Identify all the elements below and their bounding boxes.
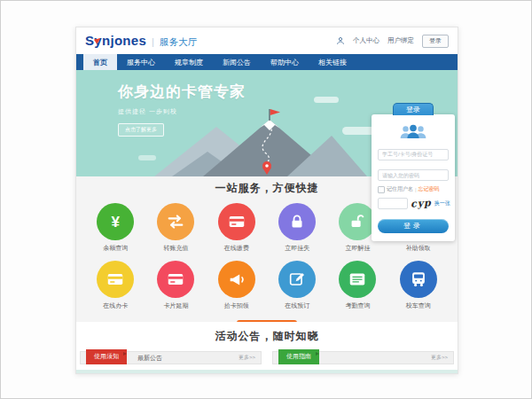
remember-separator: |	[415, 187, 417, 192]
service-item-2[interactable]: 在线缴费	[207, 203, 267, 253]
service-label: 拾卡招领	[224, 301, 249, 310]
forgot-password-link[interactable]: 忘记密码	[419, 185, 440, 193]
captcha-row: cyp 换一张	[378, 198, 449, 209]
service-item-0[interactable]: ¥余额查询	[85, 203, 145, 253]
service-item-11[interactable]: 校车查询	[388, 261, 449, 310]
announcements-left-panel: 使用须知最新公告更多>>	[80, 351, 262, 364]
service-label: 立即解挂	[345, 244, 370, 253]
announcements-section: 活动公告，随时知晓 使用须知最新公告更多>> 使用指南更多>>	[76, 322, 458, 373]
megaphone-icon	[218, 261, 255, 298]
yen-icon: ¥	[97, 203, 134, 240]
nav-item-4[interactable]: 帮助中心	[261, 54, 309, 70]
hero-title: 你身边的卡管专家	[118, 82, 246, 102]
hero-banner: 你身边的卡管专家 提供捷径 一步到校 点击了解更多	[76, 70, 458, 176]
header-menu-item-1[interactable]: 用户绑定	[387, 36, 414, 45]
bus-icon	[400, 261, 437, 298]
nav-item-5[interactable]: 相关链接	[309, 54, 356, 70]
service-hall-page: Synjones | 服务大厅 个人中心用户绑定 登录 首页服务中心规章制度新闻…	[75, 27, 458, 374]
service-item-9[interactable]: 在线预订	[267, 261, 327, 310]
remember-checkbox[interactable]	[378, 186, 385, 193]
service-item-7[interactable]: 卡片延期	[145, 261, 206, 310]
bank-card-icon	[218, 203, 255, 240]
attendance-icon	[339, 261, 376, 298]
panel-tab-最新公告[interactable]: 最新公告	[137, 354, 162, 363]
password-input[interactable]	[378, 169, 449, 181]
service-label: 校车查询	[406, 301, 431, 310]
service-label: 补助领取	[406, 244, 431, 253]
service-label: 在线办卡	[103, 301, 128, 310]
login-tab[interactable]: 登录	[393, 103, 434, 115]
change-captcha-link[interactable]: 换一张	[434, 200, 450, 207]
service-item-3[interactable]: 立即挂失	[267, 203, 327, 253]
announcements-title: 活动公告，随时知晓	[76, 329, 458, 344]
transfer-arrows-icon	[157, 203, 194, 240]
username-input[interactable]	[378, 149, 449, 160]
cloud-icon	[314, 97, 339, 103]
service-item-10[interactable]: 考勤查询	[327, 261, 387, 310]
announcements-right-panel: 使用指南更多>>	[272, 351, 454, 364]
login-panel: 登录 记住用户名 | 忘记密码	[372, 114, 455, 241]
nav-item-3[interactable]: 新闻公告	[213, 54, 261, 70]
service-label: 余额查询	[103, 244, 128, 253]
left-more-link[interactable]: 更多>>	[239, 354, 255, 362]
user-group-icon	[378, 123, 449, 138]
main-nav: 首页服务中心规章制度新闻公告帮助中心相关链接	[76, 54, 458, 70]
right-more-link[interactable]: 更多>>	[431, 354, 448, 362]
header-login-button[interactable]: 登录	[422, 35, 449, 48]
hero-cta-button[interactable]: 点击了解更多	[118, 123, 164, 137]
panel-tab-使用指南[interactable]: 使用指南	[278, 349, 319, 364]
captcha-image[interactable]: cyp	[411, 197, 433, 210]
captcha-input[interactable]	[378, 198, 408, 209]
login-submit-button[interactable]: 登录	[378, 219, 449, 233]
header-user-area: 个人中心用户绑定 登录	[336, 35, 449, 48]
site-name: 服务大厅	[160, 36, 197, 49]
edit-icon	[278, 261, 316, 298]
lock-icon	[278, 203, 316, 240]
hero-text: 你身边的卡管专家 提供捷径 一步到校 点击了解更多	[118, 82, 246, 137]
service-label: 立即挂失	[285, 244, 309, 253]
bank-card-icon	[97, 261, 134, 298]
service-item-1[interactable]: 转账充值	[145, 203, 206, 253]
person-icon	[336, 36, 345, 45]
nav-item-0[interactable]: 首页	[83, 54, 117, 70]
service-item-6[interactable]: 在线办卡	[85, 261, 145, 310]
nav-item-2[interactable]: 规章制度	[165, 54, 213, 70]
remember-label: 记住用户名	[387, 185, 413, 193]
header-menu-item-0[interactable]: 个人中心	[353, 36, 379, 45]
hero-subtitle: 提供捷径 一步到校	[118, 107, 246, 116]
logo[interactable]: Synjones | 服务大厅	[85, 33, 197, 49]
service-label: 考勤查询	[345, 301, 370, 310]
left-panel-bar: 使用须知最新公告更多>>	[80, 351, 262, 364]
remember-row: 记住用户名 | 忘记密码	[378, 185, 449, 193]
service-label: 在线预订	[285, 301, 309, 310]
right-panel-bar: 使用指南更多>>	[272, 351, 454, 364]
screenshot-frame: Synjones | 服务大厅 个人中心用户绑定 登录 首页服务中心规章制度新闻…	[0, 0, 532, 399]
nav-item-1[interactable]: 服务中心	[117, 54, 165, 70]
service-label: 卡片延期	[163, 301, 188, 310]
footer-strip	[76, 370, 458, 373]
cloud-icon	[138, 155, 156, 160]
service-label: 在线缴费	[224, 244, 249, 253]
service-item-8[interactable]: 拾卡招领	[207, 261, 267, 310]
logo-divider: |	[152, 36, 154, 47]
header: Synjones | 服务大厅 个人中心用户绑定 登录	[76, 27, 458, 54]
panel-tab-使用须知[interactable]: 使用须知	[86, 349, 127, 364]
bank-card-icon	[157, 261, 194, 298]
service-label: 转账充值	[163, 244, 188, 253]
